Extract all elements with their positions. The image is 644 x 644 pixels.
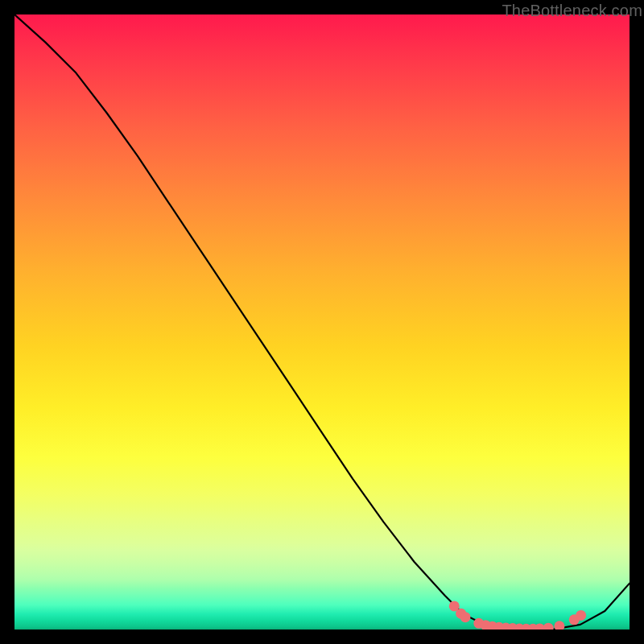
- highlight-dot: [569, 614, 580, 625]
- highlight-dot: [487, 621, 497, 630]
- chart-stage: TheBottleneck.com: [0, 0, 644, 644]
- highlight-dot: [543, 623, 554, 630]
- haze-band: [14, 460, 630, 589]
- highlight-dot: [507, 623, 518, 630]
- highlight-dot: [554, 621, 564, 630]
- highlight-dot: [535, 623, 545, 630]
- highlight-dot: [501, 623, 511, 630]
- highlight-dot: [576, 610, 586, 621]
- highlight-dot: [481, 620, 491, 630]
- highlight-dot: [460, 612, 471, 622]
- highlight-dot: [528, 624, 539, 630]
- bottleneck-curve: [14, 14, 630, 630]
- highlight-dot: [521, 624, 531, 630]
- plot-area: [14, 14, 630, 630]
- highlight-dot: [494, 622, 505, 630]
- highlight-dot: [514, 624, 525, 630]
- highlight-dot: [473, 618, 484, 629]
- dot-group: [449, 601, 586, 630]
- curve-overlay: [14, 14, 630, 630]
- highlight-dot: [456, 609, 466, 619]
- highlight-dot: [449, 601, 460, 611]
